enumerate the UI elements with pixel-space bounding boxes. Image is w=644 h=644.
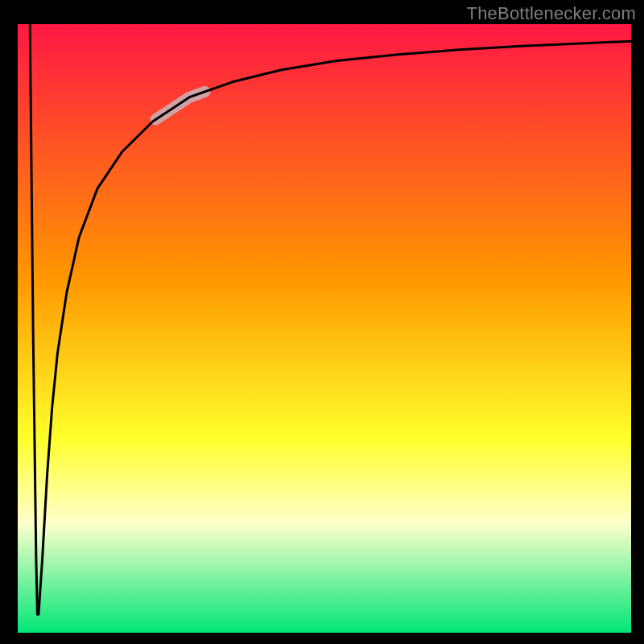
plot-area [18, 24, 631, 633]
plot-svg [18, 24, 631, 633]
chart-frame: TheBottlenecker.com [0, 0, 644, 644]
plot-background [18, 24, 631, 633]
attribution-label: TheBottlenecker.com [467, 3, 636, 24]
